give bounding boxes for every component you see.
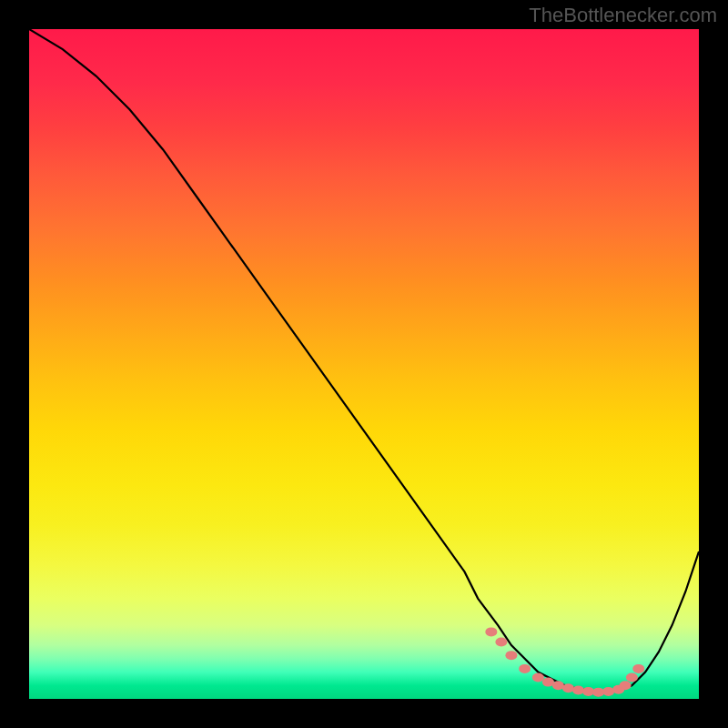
highlight-dot [626,672,638,682]
highlight-dot [552,681,564,690]
watermark-text: TheBottlenecker.com [529,4,717,27]
highlight-dot [632,664,644,673]
highlight-dot [620,681,632,690]
highlight-dot [485,627,497,636]
highlight-dots-group [485,627,644,696]
highlight-dot [495,637,507,646]
highlight-dot [505,651,517,660]
highlight-dot [532,672,544,682]
highlight-dot [519,664,531,673]
chart-plot-area [29,29,699,699]
chart-svg [29,29,699,699]
main-curve-path [29,29,699,693]
highlight-dot [582,687,594,696]
highlight-dot [572,685,584,694]
highlight-dot [592,688,604,697]
highlight-dot [562,683,574,693]
highlight-dot [602,687,614,696]
